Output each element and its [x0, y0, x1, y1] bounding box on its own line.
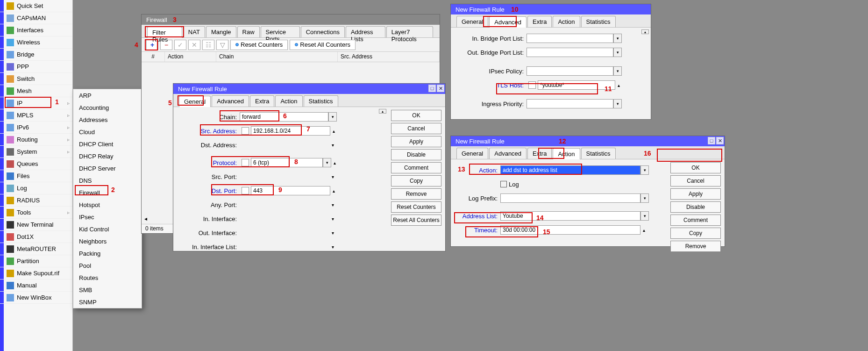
submenu-item-hotspot[interactable]: Hotspot: [73, 199, 142, 211]
submenu-item-arp[interactable]: ARP: [73, 89, 142, 101]
tri-up-icon[interactable]: ▴: [330, 187, 337, 194]
sidebar-item-new-terminal[interactable]: New Terminal: [0, 219, 72, 231]
tri-down-icon[interactable]: ▾: [329, 201, 336, 208]
tri-down-icon[interactable]: ▾: [329, 229, 336, 236]
reset-counters-button[interactable]: Reset Counters: [391, 201, 441, 213]
scroll-up-icon[interactable]: ▴: [641, 29, 649, 34]
tab-raw[interactable]: Raw: [237, 26, 260, 37]
submenu-item-pool[interactable]: Pool: [73, 259, 142, 272]
tri-down-icon[interactable]: ▾: [329, 215, 336, 222]
sidebar-item-manual[interactable]: Manual: [0, 279, 72, 292]
submenu-item-packing[interactable]: Packing: [73, 247, 142, 259]
comment-button[interactable]: ☷: [202, 40, 214, 50]
tab-advanced[interactable]: Advanced: [212, 95, 249, 107]
submenu-item-cloud[interactable]: Cloud: [73, 126, 142, 138]
filter-button[interactable]: ▽: [216, 40, 228, 50]
restore-icon[interactable]: □: [428, 85, 436, 92]
log-prefix-input[interactable]: [500, 193, 640, 203]
reset-all-counters-button[interactable]: Reset All Counters: [290, 40, 356, 50]
sidebar-item-metarouter[interactable]: MetaROUTER: [0, 243, 72, 255]
sidebar-item-partition[interactable]: Partition: [0, 255, 72, 267]
scroll-left-icon[interactable]: ◂: [144, 215, 147, 222]
submenu-item-addresses[interactable]: Addresses: [73, 114, 142, 126]
submenu-item-firewall[interactable]: Firewall: [73, 186, 142, 199]
src-address-negate[interactable]: [242, 127, 249, 135]
col-chain[interactable]: Chain: [216, 52, 338, 62]
sidebar-item-queues[interactable]: Queues: [0, 158, 72, 170]
submenu-item-dhcp-relay[interactable]: DHCP Relay: [73, 150, 142, 162]
tab-action[interactable]: Action: [275, 95, 302, 107]
copy-button[interactable]: Copy: [391, 175, 441, 186]
comment-button[interactable]: Comment: [391, 162, 441, 173]
log-checkbox[interactable]: [500, 181, 507, 187]
tri-up-icon[interactable]: ▴: [331, 159, 338, 166]
dropdown-icon[interactable]: ▾: [640, 211, 649, 221]
ingress-input[interactable]: [526, 99, 613, 108]
dst-port-negate[interactable]: [242, 187, 249, 194]
tab-statistics[interactable]: Statistics: [581, 16, 616, 27]
tab-mangle[interactable]: Mangle: [206, 26, 236, 37]
ipsec-input[interactable]: [526, 66, 613, 76]
apply-button[interactable]: Apply: [391, 136, 441, 147]
tab-action[interactable]: Action: [553, 16, 580, 27]
tab-address-lists[interactable]: Address Lists: [346, 26, 385, 37]
close-icon[interactable]: ✕: [437, 85, 444, 92]
sidebar-item-wireless[interactable]: Wireless: [0, 36, 72, 49]
sidebar-item-new-winbox[interactable]: New WinBox: [0, 292, 72, 304]
submenu-item-neighbors[interactable]: Neighbors: [73, 235, 142, 247]
sidebar-item-ip[interactable]: IP▹: [0, 97, 72, 109]
comment-button[interactable]: Comment: [670, 215, 721, 226]
sidebar-item-bridge[interactable]: Bridge: [0, 49, 72, 61]
submenu-item-ipsec[interactable]: IPsec: [73, 211, 142, 223]
apply-button[interactable]: Apply: [670, 188, 721, 200]
tab-action[interactable]: Action: [553, 148, 580, 159]
submenu-item-dhcp-server[interactable]: DHCP Server: [73, 162, 142, 174]
col-num[interactable]: #: [142, 52, 165, 62]
submenu-item-smb[interactable]: SMB: [73, 284, 142, 296]
disable-button[interactable]: Disable: [391, 149, 441, 160]
dropdown-icon[interactable]: ▾: [613, 66, 622, 76]
tri-up-icon[interactable]: ▴: [615, 82, 622, 88]
tab-advanced[interactable]: Advanced: [489, 16, 526, 28]
protocol-input[interactable]: [251, 158, 323, 167]
action-dropdown[interactable]: ▾: [640, 165, 649, 175]
dropdown-icon[interactable]: ▾: [640, 193, 649, 203]
timeout-input[interactable]: [500, 225, 640, 235]
tab-service-ports[interactable]: Service Ports: [261, 26, 300, 37]
disable-button[interactable]: ✕: [188, 40, 200, 50]
restore-icon[interactable]: □: [708, 137, 715, 144]
ok-button[interactable]: OK: [391, 110, 441, 121]
tab-general[interactable]: General: [456, 148, 488, 159]
col-action[interactable]: Action: [165, 52, 216, 62]
tab-layer7-protocols[interactable]: Layer7 Protocols: [386, 26, 433, 37]
sidebar-item-files[interactable]: Files: [0, 170, 72, 182]
sidebar-item-tools[interactable]: Tools▹: [0, 207, 72, 219]
submenu-item-snmp[interactable]: SNMP: [73, 296, 142, 308]
tab-connections[interactable]: Connections: [301, 26, 345, 37]
sidebar-item-routing[interactable]: Routing▹: [0, 134, 72, 146]
dst-port-input[interactable]: [251, 186, 330, 195]
sidebar-item-ppp[interactable]: PPP: [0, 61, 72, 73]
enable-button[interactable]: ✓: [174, 40, 186, 50]
sidebar-item-capsman[interactable]: CAPsMAN: [0, 12, 72, 24]
tri-up-icon[interactable]: ▴: [640, 227, 647, 233]
disable-button[interactable]: Disable: [670, 201, 721, 213]
reset-all-counters-button[interactable]: Reset All Counters: [391, 215, 441, 226]
src-address-input[interactable]: [251, 126, 330, 136]
sidebar-item-mpls[interactable]: MPLS▹: [0, 109, 72, 122]
sidebar-item-mesh[interactable]: Mesh: [0, 85, 72, 97]
tab-statistics[interactable]: Statistics: [304, 95, 338, 107]
out-bridge-input[interactable]: [526, 48, 613, 57]
sidebar-item-system[interactable]: System▹: [0, 146, 72, 158]
submenu-item-dhcp-client[interactable]: DHCP Client: [73, 138, 142, 150]
sidebar-item-ipv6[interactable]: IPv6▹: [0, 122, 72, 134]
copy-button[interactable]: Copy: [670, 228, 721, 239]
tab-advanced[interactable]: Advanced: [489, 148, 526, 159]
submenu-item-dns[interactable]: DNS: [73, 174, 142, 186]
remove-button[interactable]: Remove: [391, 188, 441, 200]
chain-dropdown[interactable]: ▾: [328, 112, 337, 122]
reset-counters-button[interactable]: Reset Counters: [230, 40, 288, 50]
sidebar-item-make-supout-rif[interactable]: Make Supout.rif: [0, 267, 72, 279]
in-bridge-input[interactable]: [526, 34, 613, 43]
tri-up-icon[interactable]: ▴: [330, 128, 337, 134]
